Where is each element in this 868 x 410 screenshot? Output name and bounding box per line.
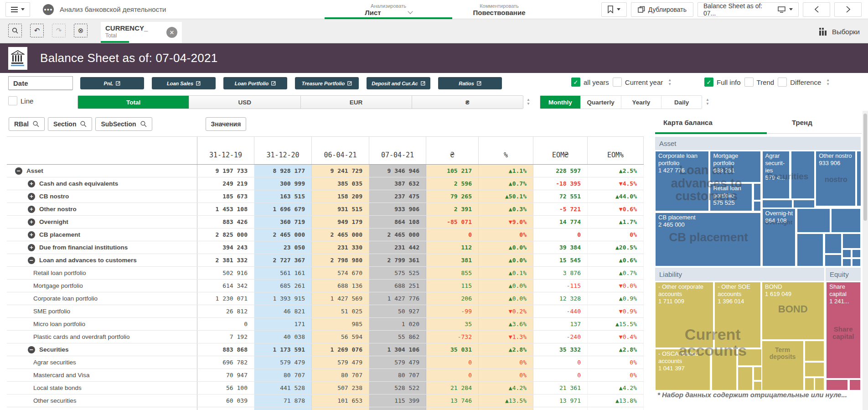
value-cell[interactable]: 864 108 [369, 216, 426, 228]
treemap-tile[interactable] [791, 151, 815, 199]
treemap-tile[interactable]: Corporate loan portfolio1 427 776 [655, 151, 709, 211]
expand-icon[interactable]: + [28, 193, 35, 200]
value-cell[interactable]: 106 874 [312, 407, 369, 410]
delta-cell[interactable]: 0% [588, 407, 644, 410]
value-cell[interactable]: 56 100 [197, 382, 254, 394]
year-stepper[interactable]: ▲▼ [666, 78, 673, 86]
row-label-cell[interactable]: +Investments [7, 407, 197, 410]
measures-chip[interactable]: Значения [206, 117, 247, 131]
value-cell[interactable]: 300 999 [254, 177, 312, 190]
treemap-tile[interactable] [754, 367, 762, 380]
row-label-cell[interactable]: +Other nostro [7, 203, 197, 215]
tab-currency-total[interactable]: Total [78, 96, 189, 109]
delta-cell[interactable]: 72 551 [533, 190, 588, 202]
value-cell[interactable]: 101 653 [312, 394, 369, 407]
checkbox-trend[interactable]: Trend [744, 78, 775, 87]
delta-cell[interactable]: 35 031 [426, 343, 479, 356]
value-cell[interactable]: 46 821 [254, 305, 312, 317]
value-cell[interactable]: 1 393 915 [254, 292, 312, 305]
collapse-icon[interactable]: − [28, 257, 35, 264]
value-cell[interactable]: 685 261 [254, 280, 312, 292]
nav-button-deposit[interactable]: Deposit and Cur.Ac [367, 77, 430, 89]
selections-tool-button[interactable]: Выборки [819, 28, 860, 36]
delta-cell[interactable]: 105 217 [426, 165, 479, 177]
sheet-selector[interactable]: Balance Sheet as of: 07... [698, 2, 799, 17]
value-cell[interactable]: 579 479 [369, 356, 426, 368]
treemap-tile[interactable]: Share capital1 241... [826, 282, 861, 379]
delta-cell[interactable]: 15 545 [533, 254, 588, 266]
value-cell[interactable]: 1 427 569 [312, 292, 369, 305]
treemap-tile[interactable]: - Other SOE accounts1 396 014 [714, 282, 760, 348]
value-cell[interactable]: 50 927 [369, 305, 426, 317]
smart-search-button[interactable] [8, 24, 22, 37]
row-label-cell[interactable]: Mortgage portfolio [7, 280, 197, 292]
delta-cell[interactable]: 35 332 [533, 343, 588, 356]
delta-cell[interactable]: ▲1.7% [588, 216, 644, 228]
value-cell[interactable]: 507 238 [312, 382, 369, 394]
delta-cell[interactable]: ▼0.4% [588, 331, 644, 343]
value-cell[interactable]: 2 825 000 [197, 228, 254, 241]
value-cell[interactable]: 2 381 332 [197, 254, 254, 266]
delta-cell[interactable]: 21 284 [426, 382, 479, 394]
value-cell[interactable]: 2 465 000 [312, 228, 369, 241]
value-cell[interactable]: 118 494 [197, 407, 254, 410]
value-cell[interactable]: 696 782 [197, 356, 254, 368]
row-label-cell[interactable]: −Securities [7, 343, 197, 356]
delta-cell[interactable]: 0 [426, 228, 479, 241]
column-header[interactable]: % [479, 137, 533, 164]
tab-balance-map[interactable]: Карта баланса [663, 111, 713, 134]
nav-button-loan-portfolio[interactable]: Loan Portfolio [223, 77, 287, 89]
value-cell[interactable]: 949 179 [312, 216, 369, 228]
date-filter-input[interactable]: Date [8, 76, 73, 90]
value-cell[interactable]: 394 243 [197, 241, 254, 254]
value-cell[interactable]: 883 868 [197, 343, 254, 356]
value-cell[interactable]: 579 479 [312, 356, 369, 368]
expand-icon[interactable]: + [28, 180, 35, 187]
delta-cell[interactable]: 2 596 [426, 177, 479, 190]
value-cell[interactable]: 55 862 [369, 331, 426, 343]
delta-cell[interactable]: ▲13.8% [588, 394, 644, 407]
treemap-tile[interactable] [797, 234, 824, 266]
value-cell[interactable]: 688 251 [369, 280, 426, 292]
delta-cell[interactable]: 0% [588, 369, 644, 381]
value-cell[interactable]: 23 050 [254, 241, 312, 254]
value-cell[interactable]: 0 [197, 318, 254, 330]
delta-cell[interactable]: -732 [426, 331, 479, 343]
treemap-tile[interactable]: CB placement2 465 000 [655, 213, 761, 266]
nav-button-treasure-portfolio[interactable]: Treasure Portfolio [295, 77, 359, 89]
column-header[interactable]: 06-04-21 [312, 137, 369, 164]
treemap-tile[interactable] [842, 259, 851, 266]
treemap-tile[interactable]: Other nostro933 906 [816, 151, 856, 206]
tab-currency-eur[interactable]: EUR [301, 96, 412, 109]
delta-cell[interactable]: -85 071 [426, 216, 479, 228]
delta-cell[interactable]: 137 [533, 318, 588, 330]
step-forward-button[interactable]: ↷ [52, 24, 66, 37]
delta-cell[interactable]: 0 [533, 228, 588, 241]
expand-icon[interactable]: + [28, 218, 35, 226]
treemap-tile[interactable] [805, 362, 824, 377]
expand-icon[interactable]: + [28, 244, 35, 251]
value-cell[interactable]: 56 594 [312, 331, 369, 343]
delta-cell[interactable]: 12 328 [533, 292, 588, 305]
row-label-cell[interactable]: SME portfolio [7, 305, 197, 317]
row-label-cell[interactable]: +Due from financial institutions [7, 241, 197, 254]
tab-analyze[interactable]: Анализировать Лист [325, 0, 452, 19]
row-label-cell[interactable]: Plastic cards and overdraft portfolio [7, 331, 197, 343]
scrollbar-thumb[interactable] [863, 114, 867, 221]
row-label-cell[interactable]: −Asset [7, 165, 197, 177]
treemap-tile[interactable] [738, 349, 761, 366]
duplicate-button[interactable]: Дублировать [631, 2, 693, 17]
treemap-tile[interactable]: Agrar securit-ies579 4... [762, 151, 790, 199]
delta-cell[interactable]: ▼0.0% [588, 280, 644, 292]
value-cell[interactable]: 9 346 946 [369, 165, 426, 177]
next-sheet-button[interactable] [834, 2, 862, 17]
delta-cell[interactable]: ▲0.3% [479, 203, 533, 215]
value-cell[interactable]: 231 442 [369, 241, 426, 254]
value-cell[interactable]: 883 426 [197, 216, 254, 228]
delta-cell[interactable]: ▲20.5% [588, 241, 644, 254]
delta-cell[interactable]: 39 384 [533, 241, 588, 254]
treemap-tile[interactable] [762, 341, 804, 390]
row-label-cell[interactable]: +CB placement [7, 228, 197, 241]
delta-cell[interactable]: 381 [426, 254, 479, 266]
value-cell[interactable]: 80 707 [369, 369, 426, 381]
